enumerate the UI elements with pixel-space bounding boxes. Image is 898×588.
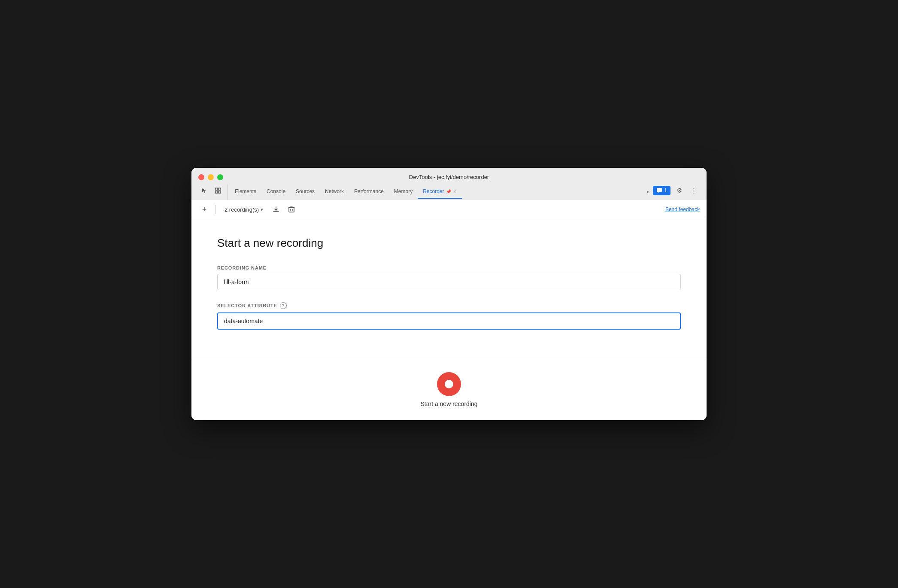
svg-rect-1	[218, 188, 221, 190]
window-title: DevTools - jec.fyi/demo/recorder	[409, 174, 489, 180]
svg-rect-2	[215, 191, 218, 193]
delete-button[interactable]	[285, 203, 297, 215]
selector-attribute-input[interactable]	[217, 312, 681, 330]
chevron-down-icon: ▾	[261, 207, 263, 212]
recording-name-input[interactable]	[217, 274, 681, 290]
tab-recorder-label: Recorder	[423, 188, 444, 194]
tabs-right-actions: 1 ⚙ ⋮	[653, 185, 700, 200]
start-recording-label: Start a new recording	[420, 400, 477, 407]
svg-rect-5	[289, 208, 294, 212]
selector-attribute-section: SELECTOR ATTRIBUTE ?	[217, 302, 681, 330]
tab-sources[interactable]: Sources	[291, 186, 320, 199]
tab-recorder-close[interactable]: ×	[453, 189, 457, 194]
tabs-bar: Elements Console Sources Network Perform…	[198, 185, 700, 200]
download-button[interactable]	[270, 203, 282, 215]
title-bar-top: DevTools - jec.fyi/demo/recorder	[198, 174, 700, 180]
settings-icon[interactable]: ⚙	[673, 185, 685, 197]
inspect-icon[interactable]	[212, 185, 224, 197]
recording-count-label: 2 recording(s)	[224, 206, 259, 213]
add-recording-button[interactable]: +	[198, 203, 210, 215]
tab-network[interactable]: Network	[320, 186, 349, 199]
add-icon: +	[202, 205, 207, 214]
record-icon-inner	[445, 380, 453, 388]
more-options-icon[interactable]: ⋮	[688, 185, 700, 197]
toolbar-separator	[215, 205, 216, 214]
recording-name-label: RECORDING NAME	[217, 265, 681, 270]
send-feedback-link[interactable]: Send feedback	[665, 206, 700, 212]
minimize-button[interactable]	[208, 174, 214, 180]
tabs-overflow-btn[interactable]: »	[643, 186, 653, 198]
tabs-list: Elements Console Sources Network Perform…	[230, 186, 643, 199]
tab-performance[interactable]: Performance	[349, 186, 389, 199]
main-content: Start a new recording RECORDING NAME SEL…	[191, 219, 707, 355]
devtools-icons	[198, 185, 228, 200]
close-button[interactable]	[198, 174, 204, 180]
start-recording-button[interactable]	[437, 372, 461, 396]
tab-recorder-content: Recorder 📌 ×	[423, 188, 457, 194]
comment-count: 1	[664, 188, 667, 194]
page-heading: Start a new recording	[217, 236, 681, 250]
cursor-icon[interactable]	[198, 185, 210, 197]
maximize-button[interactable]	[217, 174, 223, 180]
pin-icon: 📌	[446, 189, 451, 194]
recording-selector[interactable]: 2 recording(s) ▾	[221, 205, 267, 215]
tab-elements[interactable]: Elements	[230, 186, 261, 199]
tab-console[interactable]: Console	[261, 186, 291, 199]
svg-rect-3	[218, 191, 221, 193]
devtools-window: DevTools - jec.fyi/demo/recorder	[191, 168, 707, 420]
svg-rect-4	[657, 188, 662, 192]
tab-recorder[interactable]: Recorder 📌 ×	[418, 186, 462, 199]
title-bar: DevTools - jec.fyi/demo/recorder	[191, 168, 707, 200]
tab-memory[interactable]: Memory	[389, 186, 418, 199]
selector-attribute-label: SELECTOR ATTRIBUTE ?	[217, 302, 681, 309]
help-icon[interactable]: ?	[280, 302, 287, 309]
svg-rect-0	[215, 188, 218, 190]
toolbar: + 2 recording(s) ▾ Send feedback	[191, 200, 707, 219]
comment-button[interactable]: 1	[653, 186, 670, 195]
record-area: Start a new recording	[191, 359, 707, 420]
traffic-lights	[198, 174, 223, 180]
recording-name-section: RECORDING NAME	[217, 265, 681, 290]
